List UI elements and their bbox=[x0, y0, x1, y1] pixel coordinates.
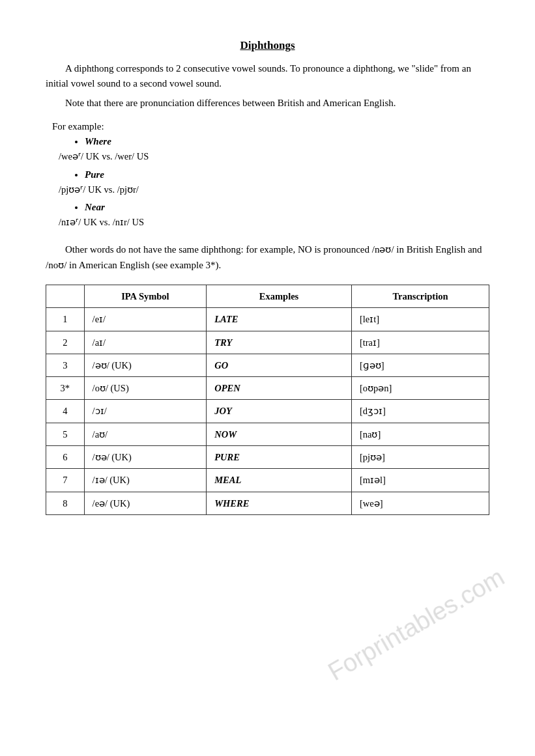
cell-transcription: [traɪ] bbox=[351, 331, 489, 354]
intro-paragraph-2: Note that there are pronunciation differ… bbox=[46, 96, 489, 111]
table-row: 7/ɪə/ (UK)MEAL[mɪəl] bbox=[46, 469, 489, 492]
table-row: 6/ʊə/ (UK)PURE[pjʊə] bbox=[46, 446, 489, 469]
pure-pronunciation: /pjʊəʳ/ UK vs. /pjʊr/ bbox=[59, 183, 489, 197]
for-example-label: For example: bbox=[52, 121, 489, 132]
example-where: Where bbox=[85, 136, 489, 147]
table-row: 5/aʊ/NOW[naʊ] bbox=[46, 423, 489, 445]
watermark: Forprintables.com bbox=[323, 563, 509, 686]
col-header-examples: Examples bbox=[207, 285, 352, 308]
example-where-word: Where bbox=[85, 136, 111, 147]
cell-ipa: /ɔɪ/ bbox=[84, 400, 207, 423]
cell-transcription: [oʊpən] bbox=[351, 377, 489, 400]
cell-num: 5 bbox=[46, 423, 85, 445]
table-row: 2/aɪ/TRY[traɪ] bbox=[46, 331, 489, 354]
cell-transcription: [pjʊə] bbox=[351, 446, 489, 469]
cell-example: TRY bbox=[207, 331, 352, 354]
cell-example: GO bbox=[207, 354, 352, 376]
cell-ipa: /eɪ/ bbox=[84, 308, 207, 331]
cell-transcription: [weə] bbox=[351, 492, 489, 514]
cell-transcription: [dʒɔɪ] bbox=[351, 400, 489, 423]
example-pure-word: Pure bbox=[85, 169, 104, 180]
cell-example: NOW bbox=[207, 423, 352, 445]
cell-num: 3 bbox=[46, 354, 85, 376]
near-pronunciation: /nɪəʳ/ UK vs. /nɪr/ US bbox=[59, 216, 489, 230]
cell-num: 3* bbox=[46, 377, 85, 400]
cell-example: MEAL bbox=[207, 469, 352, 492]
page-title: Diphthongs bbox=[46, 39, 489, 52]
examples-list-pure: Pure bbox=[85, 169, 489, 180]
examples-list: Where bbox=[85, 136, 489, 147]
cell-example: JOY bbox=[207, 400, 352, 423]
cell-ipa: /əʊ/ (UK) bbox=[84, 354, 207, 376]
example-near-word: Near bbox=[85, 202, 105, 212]
where-pronunciation: /weəʳ/ UK vs. /wer/ US bbox=[59, 150, 489, 164]
cell-ipa: /aʊ/ bbox=[84, 423, 207, 445]
cell-transcription: [leɪt] bbox=[351, 308, 489, 331]
examples-list-near: Near bbox=[85, 202, 489, 213]
col-header-ipa: IPA Symbol bbox=[84, 285, 207, 308]
cell-transcription: [mɪəl] bbox=[351, 469, 489, 492]
cell-num: 1 bbox=[46, 308, 85, 331]
example-near: Near bbox=[85, 202, 489, 213]
col-header-transcription: Transcription bbox=[351, 285, 489, 308]
cell-ipa: /ʊə/ (UK) bbox=[84, 446, 207, 469]
cell-example: OPEN bbox=[207, 377, 352, 400]
cell-num: 6 bbox=[46, 446, 85, 469]
table-row: 3/əʊ/ (UK)GO[ɡəʊ] bbox=[46, 354, 489, 376]
diphthongs-table: IPA Symbol Examples Transcription 1/eɪ/L… bbox=[46, 285, 489, 515]
cell-num: 8 bbox=[46, 492, 85, 514]
table-row: 8/eə/ (UK)WHERE[weə] bbox=[46, 492, 489, 514]
cell-example: WHERE bbox=[207, 492, 352, 514]
cell-ipa: /aɪ/ bbox=[84, 331, 207, 354]
cell-num: 2 bbox=[46, 331, 85, 354]
cell-num: 7 bbox=[46, 469, 85, 492]
cell-example: LATE bbox=[207, 308, 352, 331]
cell-transcription: [ɡəʊ] bbox=[351, 354, 489, 376]
table-row: 4/ɔɪ/JOY[dʒɔɪ] bbox=[46, 400, 489, 423]
table-row: 3*/oʊ/ (US)OPEN[oʊpən] bbox=[46, 377, 489, 400]
cell-ipa: /eə/ (UK) bbox=[84, 492, 207, 514]
cell-example: PURE bbox=[207, 446, 352, 469]
cell-num: 4 bbox=[46, 400, 85, 423]
example-pure: Pure bbox=[85, 169, 489, 180]
intro-paragraph-1: A diphthong corresponds to 2 consecutive… bbox=[46, 61, 489, 92]
col-header-num bbox=[46, 285, 85, 308]
cell-ipa: /ɪə/ (UK) bbox=[84, 469, 207, 492]
table-header-row: IPA Symbol Examples Transcription bbox=[46, 285, 489, 308]
other-words-paragraph: Other words do not have the same diphtho… bbox=[46, 242, 489, 273]
cell-transcription: [naʊ] bbox=[351, 423, 489, 445]
cell-ipa: /oʊ/ (US) bbox=[84, 377, 207, 400]
table-row: 1/eɪ/LATE[leɪt] bbox=[46, 308, 489, 331]
